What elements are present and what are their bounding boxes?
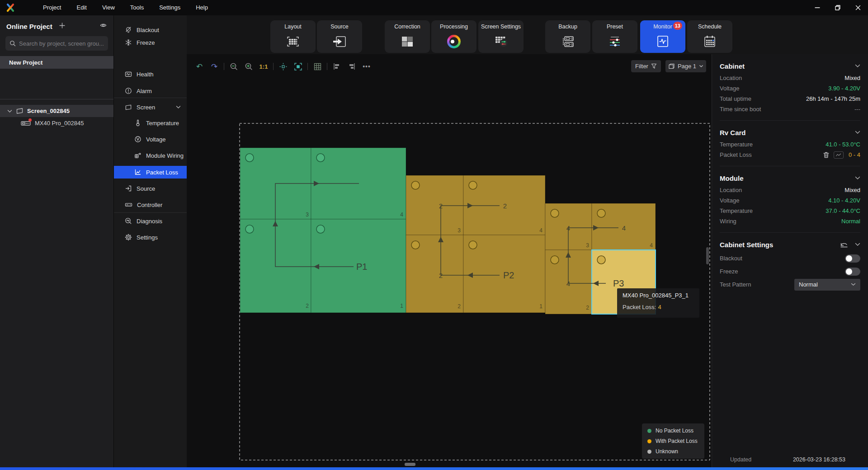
toolbar-label: Source (330, 24, 349, 30)
packet-loss-chart-icon[interactable] (834, 151, 844, 159)
nav-label: Module Wiring (146, 152, 184, 159)
toolbar-label: Correction (394, 24, 420, 30)
toolbar-source-button[interactable]: Source (317, 20, 362, 53)
nav-item-voltage[interactable]: Voltage (114, 133, 187, 146)
row-label: Freeze (720, 268, 738, 275)
chevron-down-icon[interactable] (855, 64, 860, 68)
cabinet-group-p2: 3 4 2 1 2 2 2 P2 (406, 175, 545, 313)
nav-item-diagnosis[interactable]: Diagnosis (114, 215, 187, 227)
port-group-label: P2 (503, 270, 514, 280)
row-label: Voltage (720, 85, 739, 92)
row-value: 3.90 - 4.20V (828, 85, 860, 92)
menu-help[interactable]: Help (188, 0, 216, 15)
tooltip-packet-loss: Packet Loss:4 (623, 304, 694, 310)
nav-item-temperature[interactable]: Temperature (114, 117, 187, 129)
toolbar-layout-button[interactable]: Layout (270, 20, 316, 53)
reset-icon[interactable] (840, 241, 849, 248)
app-logo-icon (5, 3, 15, 13)
blackout-setting-row: Blackout (720, 252, 860, 264)
menu-view[interactable]: View (94, 0, 123, 15)
freeze-quick-action[interactable]: Freeze (114, 36, 187, 49)
svg-text:3: 3 (306, 212, 309, 218)
visibility-toggle-icon[interactable] (99, 22, 107, 31)
row-label: Wiring (720, 218, 736, 225)
online-project-title: Online Project (6, 23, 52, 30)
row-value: 37.0 - 44.0°C (826, 207, 860, 214)
packet-loss-legend: No Packet Loss With Packet Loss Unknown (642, 423, 704, 459)
toolbar-screen-settings-button[interactable]: Screen Settings (478, 20, 524, 53)
add-project-button[interactable] (59, 22, 66, 31)
monitor-canvas[interactable]: ↶ ↷ 1:1 (187, 54, 712, 470)
vertical-scrollbar[interactable] (706, 247, 709, 264)
chevron-down-icon[interactable] (176, 105, 181, 109)
trash-icon[interactable] (823, 151, 830, 159)
screen-diagram[interactable]: 3 4 2 1 P1 (187, 54, 712, 470)
nav-label: Packet Loss (146, 169, 178, 176)
blackout-quick-action[interactable]: Blackout (114, 24, 187, 36)
toolbar-monitor-button[interactable]: Monitor 13 (640, 20, 685, 53)
thermometer-icon (134, 119, 142, 127)
toolbar-label: Preset (607, 24, 623, 30)
toolbar-label: Monitor (653, 24, 672, 30)
detail-panel: Cabinet LocationMixed Voltage3.90 - 4.20… (712, 54, 868, 470)
tree-item-device[interactable]: MX40 Pro_002845 (0, 117, 113, 129)
svg-text:3: 3 (458, 227, 461, 234)
nav-label: Voltage (146, 136, 165, 143)
nav-item-packet-loss[interactable]: Packet Loss (114, 166, 187, 179)
row-label: Test Pattern (720, 281, 751, 288)
chevron-down-icon[interactable] (855, 176, 860, 180)
port-group-label: P1 (356, 262, 367, 272)
menu-edit[interactable]: Edit (69, 0, 94, 15)
row-label: Total uptime (720, 95, 751, 102)
source-icon (125, 185, 132, 192)
nav-item-controller[interactable]: Controller (114, 198, 187, 211)
search-input[interactable] (19, 40, 104, 47)
nav-item-screen[interactable]: Screen (114, 101, 187, 113)
menu-tools[interactable]: Tools (123, 0, 151, 15)
row-label: Location (720, 75, 742, 81)
blackout-icon (125, 26, 132, 33)
nav-item-health[interactable]: Health (114, 68, 187, 80)
freeze-label: Freeze (137, 39, 155, 46)
toolbar-label: Processing (440, 24, 468, 30)
health-icon (125, 70, 132, 78)
blackout-label: Blackout (137, 27, 159, 33)
project-search[interactable] (5, 36, 108, 51)
blackout-toggle[interactable] (845, 254, 860, 263)
chevron-down-icon[interactable] (855, 243, 860, 246)
row-value: 4.10 - 4.20V (828, 197, 860, 204)
toolbar-schedule-button[interactable]: Schedule (687, 20, 732, 53)
tree-item-screen[interactable]: Screen_002845 (0, 105, 113, 117)
freeze-toggle[interactable] (845, 268, 860, 276)
close-button[interactable] (848, 0, 868, 15)
toolbar-preset-button[interactable]: Preset (592, 20, 637, 53)
monitor-nav-panel: Blackout Freeze Health Alarm Screen Temp… (113, 15, 187, 467)
svg-text:4: 4 (650, 242, 653, 249)
legend-item-no-packet-loss: No Packet Loss (647, 428, 699, 434)
toolbar-correction-button[interactable]: Correction (385, 20, 430, 53)
nav-label: Temperature (146, 120, 179, 127)
titlebar: Project Edit View Tools Settings Help (0, 0, 868, 15)
menu-project[interactable]: Project (35, 0, 69, 15)
horizontal-scrollbar[interactable] (405, 463, 415, 466)
new-project-item[interactable]: New Project (0, 56, 113, 69)
chevron-down-icon[interactable] (855, 131, 860, 134)
nav-item-alarm[interactable]: Alarm (114, 85, 187, 97)
section-title: Module (720, 174, 744, 182)
restore-button[interactable] (827, 0, 848, 15)
row-label: Packet Loss (720, 151, 752, 158)
toolbar-processing-button[interactable]: Processing (431, 20, 476, 53)
vmp-monitor-window: Project Edit View Tools Settings Help On… (0, 0, 868, 470)
svg-text:4: 4 (622, 224, 626, 232)
toolbar-backup-button[interactable]: Backup (545, 20, 590, 53)
test-pattern-select[interactable]: Normal (794, 279, 860, 291)
nav-item-source[interactable]: Source (114, 182, 187, 195)
row-label: Voltage (720, 197, 739, 204)
svg-text:4: 4 (539, 227, 542, 234)
nav-label: Screen (137, 104, 155, 111)
nav-item-module-wiring[interactable]: Module Wiring (114, 149, 187, 162)
nav-item-settings[interactable]: Settings (114, 231, 187, 244)
minimize-button[interactable] (807, 0, 827, 15)
menu-settings[interactable]: Settings (151, 0, 188, 15)
chevron-down-icon[interactable] (7, 109, 12, 113)
